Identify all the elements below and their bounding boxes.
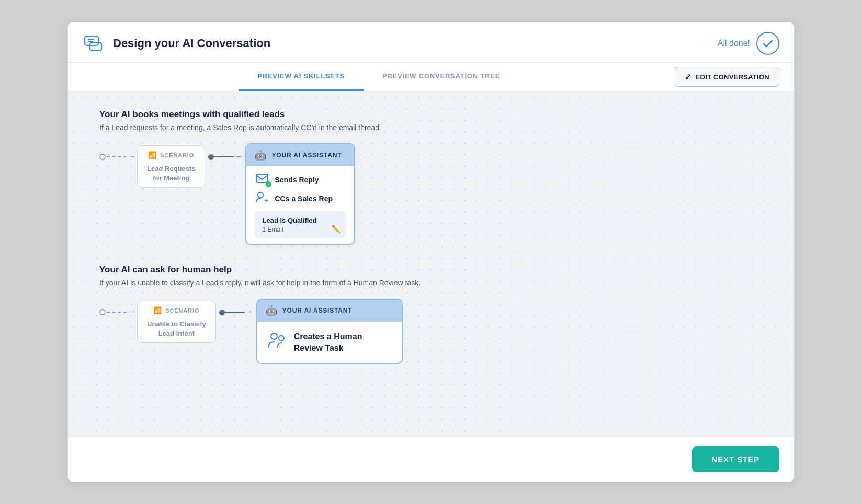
- dashed-line: [107, 156, 127, 157]
- flow-row-1: → 📶 SCENARIO Lead Requests for Meeting: [99, 143, 763, 245]
- action-ccs-sales-rep: + CCs a Sales Rep: [255, 191, 346, 205]
- main-window: Design your AI Conversation All done! PR…: [67, 22, 795, 482]
- human-review-icon: [268, 331, 287, 353]
- flow-connector-2: →: [219, 308, 253, 316]
- start-dot-2: [99, 309, 106, 315]
- start-dot: [99, 154, 106, 160]
- section1-desc: If a Lead requests for a meeting, a Sale…: [99, 123, 763, 132]
- flow-start: →: [99, 153, 136, 161]
- arrow-right-1: →: [128, 152, 136, 161]
- svg-point-8: [279, 336, 284, 341]
- next-step-button[interactable]: NEXT STEP: [692, 446, 779, 472]
- svg-point-7: [271, 333, 277, 339]
- scenario-label-top-2: 📶 SCENARIO: [153, 306, 199, 314]
- arrow-right-2: →: [128, 307, 136, 316]
- qualified-card-title: Lead is Qualified: [262, 216, 338, 224]
- scenario-box-2: 📶 SCENARIO Unable to Classify Lead Inten…: [137, 301, 216, 343]
- footer: NEXT STEP: [68, 437, 794, 482]
- scenario-wifi-icon: 📶: [148, 151, 157, 159]
- scenario-text-1: Lead Requests for Meeting: [147, 164, 195, 183]
- section-meetings: Your AI books meetings with qualified le…: [99, 109, 763, 245]
- ai-box-header-2: 🤖 YOUR AI ASSISTANT: [257, 300, 402, 322]
- ai-box-body-1: ✓ Sends Reply + CCs a Sales Rep: [246, 166, 354, 244]
- dashed-line-2: [107, 312, 127, 313]
- scenario-text-2: Unable to Classify Lead Intent: [147, 319, 206, 338]
- scenario-label-top-1: 📶 SCENARIO: [148, 151, 194, 159]
- header: Design your AI Conversation All done!: [68, 22, 794, 63]
- action-ccs-text: CCs a Sales Rep: [275, 194, 333, 203]
- main-content: Your AI books meetings with qualified le…: [68, 91, 794, 437]
- solid-arrow-1: →: [234, 152, 242, 161]
- svg-point-5: [258, 192, 263, 198]
- ai-assistant-box-1: 🤖 YOUR AI ASSISTANT ✓ Sends Reply: [245, 143, 355, 245]
- svg-rect-4: [256, 174, 268, 182]
- edit-conversation-button[interactable]: ⤢ EDIT CONVERSATION: [675, 67, 779, 87]
- section-human-help: Your AI can ask for human help If your A…: [99, 265, 763, 364]
- svg-text:+: +: [264, 197, 268, 203]
- tab-preview-tree[interactable]: PREVIEW CONVERSATION TREE: [364, 63, 519, 91]
- check-circle-icon: [756, 32, 779, 55]
- sends-reply-icon: ✓: [255, 174, 269, 186]
- chat-icon: [83, 32, 106, 55]
- flow-start-2: →: [99, 308, 136, 316]
- ai-assistant-box-2: 🤖 YOUR AI ASSISTANT: [256, 299, 403, 364]
- ai-box-header-1: 🤖 YOUR AI ASSISTANT: [246, 144, 354, 166]
- robot-icon-1: 🤖: [255, 150, 266, 161]
- solid-dot-1: [208, 154, 214, 160]
- tabs: PREVIEW AI SKILLSETS PREVIEW CONVERSATIO…: [83, 63, 675, 91]
- human-review-text: Creates a Human Review Task: [294, 331, 362, 353]
- all-done-text: All done!: [718, 39, 750, 48]
- flow-row-2: → 📶 SCENARIO Unable to Classify Lead Int…: [99, 299, 763, 364]
- section2-title: Your AI can ask for human help: [99, 265, 763, 275]
- tab-preview-skillsets[interactable]: PREVIEW AI SKILLSETS: [239, 63, 364, 91]
- all-done-area: All done!: [718, 32, 779, 55]
- solid-line-2: [225, 312, 245, 313]
- action-sends-reply-text: Sends Reply: [275, 176, 319, 184]
- solid-dot-2: [219, 310, 225, 315]
- section2-desc: If your AI is unable to classify a Lead'…: [99, 279, 763, 287]
- svg-rect-0: [85, 36, 98, 45]
- qualified-card[interactable]: Lead is Qualified 1 Email ✏️: [255, 211, 346, 238]
- tabs-row: PREVIEW AI SKILLSETS PREVIEW CONVERSATIO…: [68, 63, 794, 91]
- edit-pencil-icon[interactable]: ✏️: [332, 225, 341, 233]
- flow-connector-1: →: [208, 153, 242, 161]
- ai-single-body: Creates a Human Review Task: [257, 322, 402, 363]
- expand-icon: ⤢: [685, 72, 691, 82]
- solid-line-1: [214, 156, 234, 157]
- ccs-icon: +: [255, 191, 269, 205]
- scenario-box-1: 📶 SCENARIO Lead Requests for Meeting: [137, 145, 205, 188]
- svg-rect-1: [90, 42, 101, 51]
- section1-title: Your AI books meetings with qualified le…: [99, 109, 763, 120]
- solid-arrow-2: →: [245, 307, 253, 316]
- scenario-wifi-icon-2: 📶: [153, 306, 162, 314]
- robot-icon-2: 🤖: [266, 305, 277, 316]
- page-title: Design your AI Conversation: [113, 37, 718, 50]
- qualified-card-sub: 1 Email: [262, 226, 338, 233]
- action-sends-reply: ✓ Sends Reply: [255, 174, 346, 186]
